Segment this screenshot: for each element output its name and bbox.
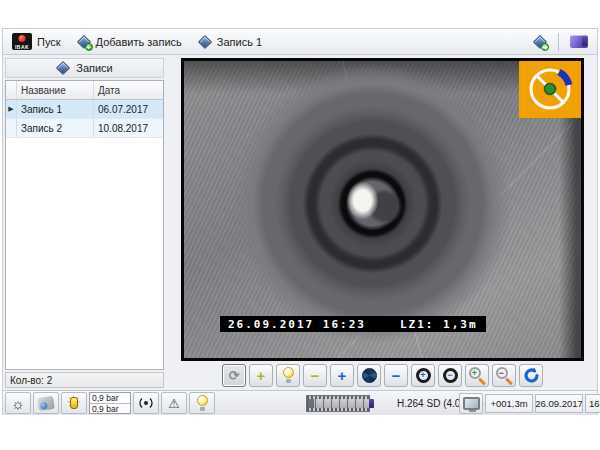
iris-button[interactable] [357,364,381,387]
lamp-icon [282,367,295,383]
pressure-bottom-value: 0,9 bar [90,404,130,414]
column-header-name[interactable]: Название [17,81,94,99]
pressure-readout: 0,9 bar 0,9 bar [89,392,131,414]
start-button[interactable]: IBAK Пуск [9,31,64,52]
record-2-name-cell: Запись 2 [17,119,94,137]
camera-orientation-indicator [519,61,581,118]
add-record-label: Добавить запись [96,36,182,48]
records-panel-header[interactable]: Записи [5,58,164,78]
warning-icon: ⚠ [168,397,180,410]
osd-datetime: 26.09.2017 16:23 [228,318,366,331]
app-window: IBAK Пуск + Добавить запись Запись 1 ➜ [2,28,598,415]
camera-head-icon [37,395,55,410]
ibak-logo-icon: IBAK [12,33,32,50]
focus-near-icon: + [416,368,431,383]
focus-far-icon: − [443,368,458,383]
video-feed[interactable]: 26.09.2017 16:23 LZ1: 1,3m [181,58,584,361]
osd-distance: LZ1: 1,3m [400,318,478,331]
zoom-out-button[interactable]: − [492,364,516,387]
recording-buffer-indicator [306,395,370,412]
iris-minus-icon: − [392,368,401,383]
column-header-date[interactable]: Дата [94,81,163,99]
sonde-button[interactable] [133,392,159,414]
iris-close-button[interactable]: − [384,364,408,387]
brightness-button[interactable]: ☼ [5,392,31,414]
video-osd-overlay: 26.09.2017 16:23 LZ1: 1,3m [220,316,486,332]
reset-icon [523,367,540,384]
start-button-label: Пуск [37,36,61,48]
records-count-bar: Кол-во: 2 [5,372,164,388]
light-increase-button[interactable]: + [249,364,273,387]
status-bar: ☼ ☀ 0,9 bar 0,9 bar [3,390,597,415]
video-control-toolbar: ⟳ + − + − + − + [181,363,584,387]
beacon-button[interactable]: ☀ [61,392,87,414]
record-1-name-cell: Запись 1 [17,100,94,118]
zoom-in-button[interactable]: + [465,364,489,387]
record-1-label: Запись 1 [217,36,262,48]
camera-head-button[interactable] [33,392,59,414]
zoom-out-icon: − [496,367,513,384]
aux-lamp-button[interactable] [189,392,215,414]
warning-button[interactable]: ⚠ [161,392,187,414]
pressure-top-value: 0,9 bar [90,393,130,404]
add-record-button[interactable]: + Добавить запись [74,33,185,51]
aux-lamp-icon [196,395,209,411]
status-left-controls: ☼ ☀ 0,9 bar 0,9 bar [5,392,215,414]
add-record-icon: + [77,35,91,49]
focus-near-button[interactable]: + [411,364,435,387]
zoom-in-icon: + [469,367,486,384]
records-table-header: Название Дата [6,81,163,100]
row-marker [6,119,17,137]
date-readout: 26.09.2017 [535,394,583,413]
export-record-button[interactable]: ➜ [530,33,550,51]
snapshot-button[interactable]: ⟳ [222,364,246,387]
snapshot-icon: ⟳ [229,369,240,382]
transmitter-icon [137,396,155,410]
record-2-date-cell: 10.08.2017 [94,119,163,137]
table-row-record-2[interactable]: Запись 2 10.08.2017 [6,119,163,138]
records-panel: Записи Название Дата ▶ Запись 1 06.07.20… [4,58,165,388]
brightness-icon: ☼ [11,396,25,411]
record-1-date-cell: 06.07.2017 [94,100,163,118]
main-toolbar: IBAK Пуск + Добавить запись Запись 1 ➜ [3,29,597,55]
light-decrease-button[interactable]: − [303,364,327,387]
records-panel-title: Записи [76,62,113,74]
beacon-icon: ☀ [65,394,83,412]
light-minus-icon: − [311,368,320,383]
distance-readout: +001,3m [485,394,533,413]
records-table: Название Дата ▶ Запись 1 06.07.2017 Запи… [5,80,164,370]
camera-view-button[interactable] [567,33,591,50]
record-icon [198,35,212,49]
lamp-button[interactable] [276,364,300,387]
iris-icon [362,368,377,383]
selected-row-marker: ▶ [6,100,17,118]
display-settings-button[interactable] [459,393,483,414]
video-camera-icon [570,35,588,48]
focus-far-button[interactable]: − [438,364,462,387]
monitor-icon [463,397,480,410]
records-icon [56,61,70,75]
export-record-icon: ➜ [533,35,547,49]
record-1-button[interactable]: Запись 1 [195,33,265,51]
toolbar-separator [558,33,559,51]
time-readout: 16:23 [585,394,600,413]
iris-open-button[interactable]: + [330,364,354,387]
row-marker-header [6,81,17,99]
reset-view-button[interactable] [519,364,543,387]
table-row-record-1[interactable]: ▶ Запись 1 06.07.2017 [6,100,163,119]
light-plus-icon: + [257,368,266,383]
iris-plus-icon: + [338,368,347,383]
